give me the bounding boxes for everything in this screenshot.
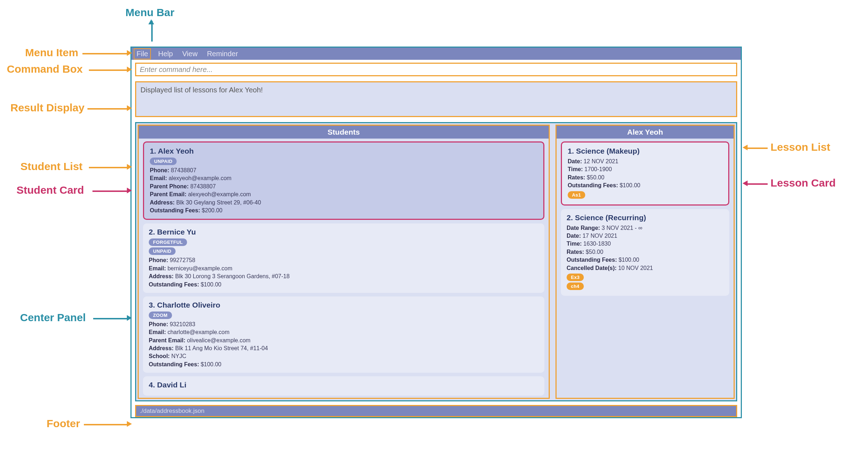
result-display: Displayed list of lessons for Alex Yeoh! (135, 81, 737, 117)
arrow-head (127, 164, 132, 170)
student-field: Parent Phone: 87438807 (150, 183, 538, 190)
student-field: Phone: 99272758 (149, 256, 539, 264)
student-list-header: Students (139, 126, 549, 139)
student-tag: ZOOM (149, 312, 172, 319)
result-text: Displayed list of lessons for Alex Yeoh! (140, 86, 263, 94)
lesson-card[interactable]: 1. Science (Makeup)Date: 12 NOV 2021Time… (561, 141, 729, 206)
arrow-line (82, 53, 128, 54)
lesson-badge: Ex3 (567, 274, 584, 281)
annotation-lesson-card: Lesson Card (771, 177, 836, 189)
arrow-line (89, 167, 128, 168)
student-field: Address: Blk 11 Ang Mo Kio Street 74, #1… (149, 344, 539, 352)
app-window: File Help View Reminder Enter command he… (130, 47, 742, 418)
annotation-student-list: Student List (20, 160, 82, 173)
center-panel: Students 1. Alex YeohUNPAIDPhone: 874388… (135, 122, 737, 401)
student-field: Email: alexyeoh@example.com (150, 174, 538, 182)
lesson-field: Date: 12 NOV 2021 (568, 158, 722, 165)
lesson-field: Outstanding Fees: $100.00 (568, 182, 722, 189)
student-field: Phone: 93210283 (149, 320, 539, 328)
student-card[interactable]: 2. Bernice YuFORGETFULUNPAIDPhone: 99272… (143, 223, 544, 293)
student-field: Outstanding Fees: $100.00 (149, 281, 539, 289)
lesson-field: Rates: $50.00 (568, 174, 722, 182)
lesson-card-title: 2. Science (Recurring) (567, 213, 724, 222)
command-placeholder: Enter command here... (140, 66, 213, 74)
arrow-head (743, 145, 748, 150)
lesson-field: Date Range: 3 NOV 2021 - ∞ (567, 224, 724, 232)
student-field: Outstanding Fees: $200.00 (150, 207, 538, 214)
lesson-card[interactable]: 2. Science (Recurring)Date Range: 3 NOV … (561, 209, 729, 296)
annotation-student-card: Student Card (16, 184, 84, 196)
student-tag: FORGETFUL (149, 238, 187, 246)
annotation-result-display: Result Display (10, 102, 85, 114)
arrow-line (89, 69, 128, 71)
lesson-field: Cancelled Date(s): 10 NOV 2021 (567, 264, 724, 272)
student-card[interactable]: 4. David Li (143, 376, 544, 396)
arrow-line (93, 318, 128, 319)
lesson-field: Rates: $50.00 (567, 248, 724, 256)
footer-path: ./data/addressbook.json (140, 407, 205, 414)
arrow-head (127, 67, 132, 72)
menu-bar: File Help View Reminder (132, 48, 741, 60)
menu-item-view[interactable]: View (180, 49, 200, 59)
student-field: Parent Email: alexyeoh@example.com (150, 190, 538, 198)
arrow-line (746, 148, 768, 149)
annotation-lesson-list: Lesson List (771, 141, 830, 153)
arrow-line (92, 190, 128, 192)
student-card[interactable]: 1. Alex YeohUNPAIDPhone: 87438807Email: … (143, 141, 544, 220)
footer: ./data/addressbook.json (135, 405, 737, 417)
lesson-badge: As1 (568, 191, 585, 199)
student-field: Email: charlotte@example.com (149, 328, 539, 336)
student-field: Address: Blk 30 Geylang Street 29, #06-4… (150, 199, 538, 207)
arrow-head (127, 105, 132, 111)
lesson-card-title: 1. Science (Makeup) (568, 147, 722, 155)
student-field: Parent Email: olivealice@example.com (149, 337, 539, 344)
annotation-command-box: Command Box (7, 63, 83, 75)
annotation-menu-bar: Menu Bar (125, 6, 175, 19)
student-card-title: 2. Bernice Yu (149, 228, 539, 236)
student-list: Students 1. Alex YeohUNPAIDPhone: 874388… (138, 125, 550, 399)
lesson-badge: ch4 (567, 283, 584, 290)
lesson-field: Time: 1630-1830 (567, 240, 724, 248)
student-field: Address: Blk 30 Lorong 3 Serangoon Garde… (149, 272, 539, 280)
arrow-line (87, 108, 128, 110)
lesson-list-header: Alex Yeoh (557, 126, 734, 139)
student-card-title: 3. Charlotte Oliveiro (149, 301, 539, 309)
arrow-head (148, 19, 154, 24)
lesson-field: Time: 1700-1900 (568, 165, 722, 173)
lesson-field: Outstanding Fees: $100.00 (567, 256, 724, 264)
arrow-head (743, 180, 748, 186)
lesson-list: Alex Yeoh 1. Science (Makeup)Date: 12 NO… (555, 125, 735, 399)
arrow-head (127, 315, 132, 321)
student-tag: UNPAID (150, 158, 177, 165)
menu-item-reminder[interactable]: Reminder (205, 49, 240, 59)
annotation-menu-item: Menu Item (25, 47, 78, 59)
window-body: Enter command here... Displayed list of … (132, 60, 741, 417)
arrow-head (127, 188, 132, 193)
student-field: Email: berniceyu@example.com (149, 265, 539, 272)
student-field: Phone: 87438807 (150, 166, 538, 174)
student-field: Outstanding Fees: $100.00 (149, 361, 539, 368)
arrow-line (746, 183, 768, 185)
arrow-head (127, 50, 132, 56)
annotation-footer: Footer (47, 417, 80, 430)
student-card-title: 4. David Li (149, 381, 539, 389)
lesson-list-body: 1. Science (Makeup)Date: 12 NOV 2021Time… (557, 139, 734, 398)
student-field: School: NYJC (149, 352, 539, 360)
annotation-center-panel: Center Panel (20, 312, 86, 324)
student-card[interactable]: 3. Charlotte OliveiroZOOMPhone: 93210283… (143, 296, 544, 373)
lesson-field: Date: 17 NOV 2021 (567, 232, 724, 240)
menu-item-file[interactable]: File (134, 48, 151, 59)
student-list-body: 1. Alex YeohUNPAIDPhone: 87438807Email: … (139, 139, 549, 398)
command-box[interactable]: Enter command here... (135, 63, 737, 76)
arrow-line (84, 424, 128, 425)
menu-item-help[interactable]: Help (156, 49, 175, 59)
arrow-head (127, 421, 132, 427)
student-card-title: 1. Alex Yeoh (150, 147, 538, 155)
student-tag: UNPAID (149, 247, 176, 255)
